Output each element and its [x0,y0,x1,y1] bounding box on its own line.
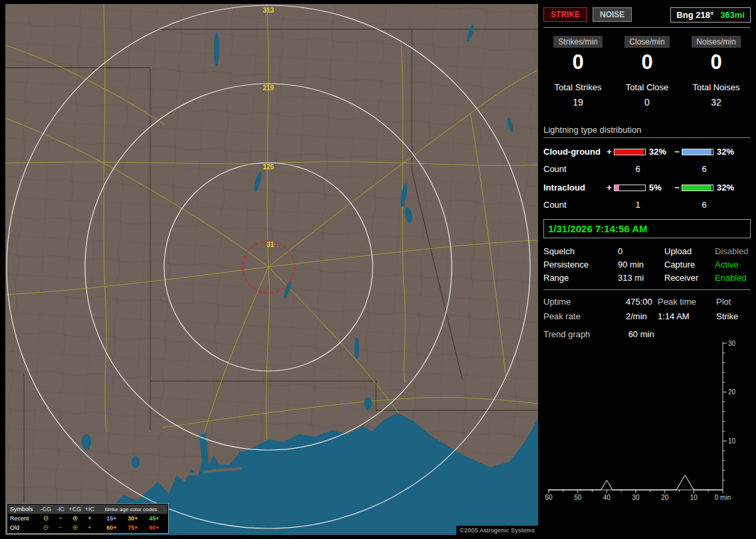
pos-cg-symbol-icon: ⊕ [68,524,82,531]
total-close-label: Total Close [613,82,682,92]
map-legend: Symbols -CG -IC +CG +IC Strike age color… [7,503,169,534]
intracloud-row: Intracloud + 5% − 32% [543,183,751,193]
total-strikes-label: Total Strikes [543,82,613,92]
rate-chips-row: Strikes/min Close/min Noises/min [543,36,751,48]
peak-time-value: 1:14 AM [658,309,716,324]
rate-values-row: 0 0 0 [543,50,751,74]
cg-negative-bar-fill [682,149,711,155]
intracloud-label: Intracloud [543,183,605,193]
uptime-label: Uptime [543,295,626,309]
ic-negative-bar [682,185,713,191]
ic-positive-count: 1 [605,200,671,210]
trend-x-labels: 60 50 40 30 20 10 0 min [545,494,731,501]
cloud-ground-label: Cloud-ground [543,147,605,157]
upload-status: Disabled [715,245,751,258]
neg-ic-symbol-icon: − [53,515,68,522]
svg-text:10: 10 [728,437,736,445]
squelch-value: 0 [618,245,664,258]
svg-text:10: 10 [690,494,698,501]
range-label: Range [543,271,618,285]
age-90: 90+ [143,524,165,531]
cg-positive-bar-fill [614,149,644,155]
bearing-value: Bng 218° [676,10,713,20]
receiver-status: Enabled [715,271,751,285]
legend-recent-row: Recent ⊖ − ⊕ + 15+ 30+ 45+ [8,514,167,523]
legend-col-pos-ic: +IC [82,506,97,512]
legend-col-neg-cg: -CG [39,506,53,512]
total-close: Total Close 0 [613,82,682,108]
peak-time-label: Peak time [658,295,716,309]
total-strikes: Total Strikes 19 [543,82,613,108]
persistence-value: 90 min [618,258,664,271]
svg-text:40: 40 [603,494,611,501]
noise-mode-button[interactable]: NOISE [593,7,632,22]
strikes-per-min-value: 0 [543,50,613,74]
svg-text:20: 20 [661,494,669,501]
totals-row: Total Strikes 19 Total Close 0 Total Noi… [543,82,751,108]
ic-negative-bar-fill [682,185,711,191]
header-separator [543,27,751,28]
ring-label-219: 219 [263,84,274,92]
cg-positive-count: 6 [605,164,671,174]
copyright-text: ©2005 Astrogenic Systems [456,526,538,535]
bearing-box: Bng 218° 363mi [670,7,751,23]
trend-x-ticks [549,490,723,493]
age-15: 15+ [101,515,122,522]
persistence-label: Persistence [543,258,618,271]
settings-grid: Squelch 0 Upload Disabled Persistence 90… [543,245,751,285]
peak-rate-label: Peak rate [543,309,626,324]
ic-negative-pct: 32% [715,183,740,193]
svg-text:50: 50 [574,494,582,501]
plus-sign: + [605,183,614,193]
trend-y-labels: 30 20 10 [728,341,736,445]
capture-status: Active [715,258,751,271]
strikes-per-min-chip[interactable]: Strikes/min [553,36,602,48]
datetime-display: 1/31/2026 7:14:56 AM [543,219,751,238]
panel-header: STRIKE NOISE Bng 218° 363mi [543,7,751,23]
trend-graph: 30 20 10 60 50 40 30 20 10 0 min [543,341,744,508]
uptime-value: 475:00 [626,295,658,309]
total-noises-label: Total Noises [682,82,751,92]
map-svg: 313 219 125 31 [5,4,538,535]
cloud-ground-row: Cloud-ground + 32% − 32% [543,147,751,157]
age-75: 75+ [122,524,143,531]
ring-label-125: 125 [263,163,274,171]
trend-graph-period: 60 min [628,329,654,339]
ring-label-31: 31 [266,241,274,248]
stats-grid: Uptime 475:00 Peak time Plot Peak rate 2… [543,295,751,324]
pos-ic-symbol-icon: + [82,515,97,522]
trend-graph-label: Trend graph [543,329,626,339]
plot-label: Plot [716,295,751,309]
trend-axes [547,342,723,490]
age-30: 30+ [122,515,143,522]
ic-positive-bar-fill [614,185,619,191]
cg-negative-count: 6 [671,164,737,174]
total-close-value: 0 [613,97,682,108]
cg-positive-bar [614,149,646,155]
plot-value: Strike [716,309,751,324]
cg-negative-bar [682,149,713,155]
ic-positive-pct: 5% [647,183,672,193]
distribution-heading: Lightning type distribution [543,125,751,138]
total-noises-value: 32 [682,97,751,108]
ic-positive-bar [614,185,646,191]
legend-col-pos-cg: +CG [68,506,82,512]
neg-ic-symbol-icon: − [53,524,68,531]
receiver-label: Receiver [664,271,715,285]
strike-mode-button[interactable]: STRIKE [543,7,587,22]
trend-y-ticks [723,343,727,480]
noises-per-min-chip[interactable]: Noises/min [692,36,740,48]
squelch-label: Squelch [543,245,618,258]
range-value: 313 mi [618,271,664,285]
age-60: 60+ [101,524,122,531]
pos-cg-symbol-icon: ⊕ [68,515,82,522]
minus-sign: − [672,183,682,193]
svg-text:30: 30 [632,494,640,501]
trend-series-line [549,475,723,490]
bearing-distance: 363mi [720,10,745,20]
lightning-map[interactable]: 313 219 125 31 Symbols -CG -IC +CG +IC S… [5,4,538,535]
close-per-min-chip[interactable]: Close/min [624,36,669,48]
svg-text:60: 60 [545,494,553,501]
legend-age-header: Strike age color codes [97,506,165,512]
pos-ic-symbol-icon: + [82,524,97,531]
